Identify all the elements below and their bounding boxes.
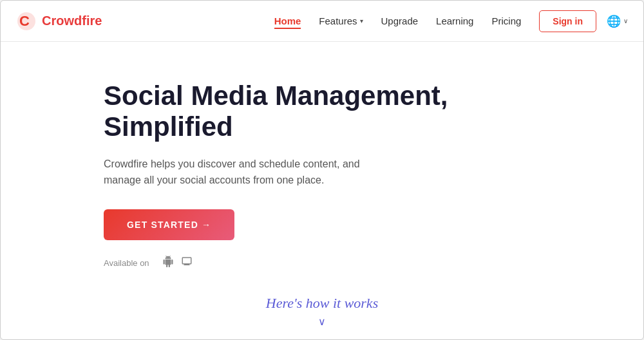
nav-item-home[interactable]: Home: [274, 15, 301, 27]
android-icon: [162, 256, 174, 270]
bottom-section: Here's how it works ∨: [266, 295, 378, 328]
get-started-button[interactable]: GET STARTED →: [104, 209, 234, 240]
nav-link-learning[interactable]: Learning: [436, 15, 473, 26]
hero-subtitle: Crowdfire helps you discover and schedul…: [104, 156, 374, 189]
available-label: Available on: [104, 258, 149, 268]
platform-icons: [156, 256, 193, 270]
available-on-section: Available on: [104, 256, 464, 270]
sign-in-button[interactable]: Sign in: [539, 10, 596, 32]
features-chevron-icon: ▾: [360, 17, 363, 24]
svg-text:C: C: [19, 13, 30, 29]
desktop-icon: [180, 256, 193, 270]
browser-window: C Crowdfire Home Features ▾ Upgrade Lear…: [0, 0, 644, 340]
navbar: C Crowdfire Home Features ▾ Upgrade Lear…: [1, 1, 643, 42]
crowdfire-logo-icon: C: [16, 11, 37, 32]
nav-link-features[interactable]: Features ▾: [319, 15, 363, 26]
scroll-chevron-icon[interactable]: ∨: [266, 316, 378, 328]
nav-item-upgrade[interactable]: Upgrade: [381, 15, 419, 27]
hero-title: Social Media Management, Simplified: [104, 80, 464, 143]
nav-link-upgrade[interactable]: Upgrade: [381, 15, 419, 26]
nav-link-home[interactable]: Home: [274, 15, 301, 29]
main-content: Social Media Management, Simplified Crow…: [1, 42, 643, 339]
nav-item-learning[interactable]: Learning: [436, 15, 473, 27]
nav-item-pricing[interactable]: Pricing: [491, 15, 521, 27]
brand-name: Crowdfire: [42, 14, 102, 28]
hero-section: Social Media Management, Simplified Crow…: [104, 80, 464, 270]
nav-links: Home Features ▾ Upgrade Learning Pricing: [274, 15, 522, 27]
globe-icon: 🌐: [607, 14, 621, 28]
language-selector[interactable]: 🌐 ∨: [607, 14, 628, 28]
globe-chevron-icon: ∨: [623, 17, 628, 24]
nav-link-pricing[interactable]: Pricing: [491, 15, 521, 26]
logo-area[interactable]: C Crowdfire: [16, 11, 102, 32]
nav-item-features[interactable]: Features ▾: [319, 15, 363, 26]
heres-how-text: Here's how it works: [266, 295, 378, 312]
